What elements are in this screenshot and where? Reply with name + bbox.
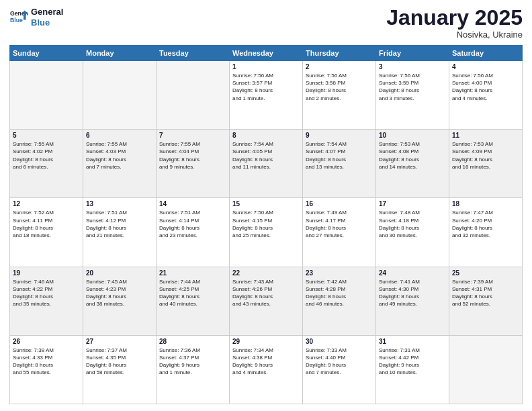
calendar-header-row: SundayMondayTuesdayWednesdayThursdayFrid… bbox=[10, 46, 523, 61]
calendar-week-row: 19Sunrise: 7:46 AM Sunset: 4:22 PM Dayli… bbox=[10, 267, 523, 335]
logo: General Blue General Blue bbox=[9, 7, 63, 28]
calendar-cell: 22Sunrise: 7:43 AM Sunset: 4:26 PM Dayli… bbox=[230, 267, 303, 335]
day-number: 11 bbox=[452, 132, 519, 139]
calendar-header-monday: Monday bbox=[83, 46, 157, 61]
calendar-cell: 20Sunrise: 7:45 AM Sunset: 4:23 PM Dayli… bbox=[83, 267, 157, 335]
day-info: Sunrise: 7:55 AM Sunset: 4:04 PM Dayligh… bbox=[159, 140, 226, 171]
calendar-cell: 10Sunrise: 7:53 AM Sunset: 4:08 PM Dayli… bbox=[376, 130, 449, 198]
day-number: 16 bbox=[306, 200, 373, 208]
calendar-cell: 27Sunrise: 7:37 AM Sunset: 4:35 PM Dayli… bbox=[83, 335, 157, 404]
calendar-cell: 17Sunrise: 7:48 AM Sunset: 4:18 PM Dayli… bbox=[376, 198, 449, 267]
calendar-cell: 6Sunrise: 7:55 AM Sunset: 4:03 PM Daylig… bbox=[83, 130, 157, 198]
calendar-cell bbox=[157, 61, 230, 130]
calendar-cell bbox=[10, 61, 83, 130]
calendar-header-wednesday: Wednesday bbox=[230, 46, 303, 61]
calendar-cell: 30Sunrise: 7:33 AM Sunset: 4:40 PM Dayli… bbox=[303, 335, 376, 404]
calendar-cell: 26Sunrise: 7:38 AM Sunset: 4:33 PM Dayli… bbox=[10, 335, 83, 404]
calendar-cell: 25Sunrise: 7:39 AM Sunset: 4:31 PM Dayli… bbox=[449, 267, 523, 335]
calendar-cell: 3Sunrise: 7:56 AM Sunset: 3:59 PM Daylig… bbox=[376, 61, 449, 130]
day-info: Sunrise: 7:51 AM Sunset: 4:14 PM Dayligh… bbox=[159, 209, 226, 239]
day-info: Sunrise: 7:34 AM Sunset: 4:38 PM Dayligh… bbox=[232, 347, 300, 377]
day-info: Sunrise: 7:37 AM Sunset: 4:35 PM Dayligh… bbox=[86, 347, 153, 377]
logo-blue: Blue bbox=[31, 17, 63, 28]
calendar-cell: 28Sunrise: 7:36 AM Sunset: 4:37 PM Dayli… bbox=[157, 335, 230, 404]
calendar-cell: 1Sunrise: 7:56 AM Sunset: 3:57 PM Daylig… bbox=[230, 61, 303, 130]
day-info: Sunrise: 7:56 AM Sunset: 3:58 PM Dayligh… bbox=[306, 72, 373, 102]
day-info: Sunrise: 7:46 AM Sunset: 4:22 PM Dayligh… bbox=[13, 278, 80, 308]
day-number: 13 bbox=[86, 200, 153, 208]
calendar-header-thursday: Thursday bbox=[303, 46, 376, 61]
svg-text:Blue: Blue bbox=[10, 17, 23, 24]
day-number: 12 bbox=[13, 200, 80, 208]
day-info: Sunrise: 7:56 AM Sunset: 4:00 PM Dayligh… bbox=[452, 72, 519, 102]
day-number: 21 bbox=[159, 269, 226, 277]
day-number: 7 bbox=[159, 132, 226, 139]
calendar-cell: 9Sunrise: 7:54 AM Sunset: 4:07 PM Daylig… bbox=[303, 130, 376, 198]
calendar-cell: 14Sunrise: 7:51 AM Sunset: 4:14 PM Dayli… bbox=[157, 198, 230, 267]
calendar-cell: 12Sunrise: 7:52 AM Sunset: 4:11 PM Dayli… bbox=[10, 198, 83, 267]
day-info: Sunrise: 7:54 AM Sunset: 4:05 PM Dayligh… bbox=[232, 140, 300, 171]
day-number: 23 bbox=[306, 269, 373, 277]
day-info: Sunrise: 7:52 AM Sunset: 4:11 PM Dayligh… bbox=[13, 209, 80, 239]
day-info: Sunrise: 7:55 AM Sunset: 4:02 PM Dayligh… bbox=[13, 140, 80, 171]
calendar-cell: 4Sunrise: 7:56 AM Sunset: 4:00 PM Daylig… bbox=[449, 61, 523, 130]
day-number: 1 bbox=[232, 63, 300, 71]
day-info: Sunrise: 7:47 AM Sunset: 4:20 PM Dayligh… bbox=[452, 209, 519, 239]
day-number: 3 bbox=[379, 63, 446, 71]
day-number: 26 bbox=[13, 338, 80, 345]
day-info: Sunrise: 7:55 AM Sunset: 4:03 PM Dayligh… bbox=[86, 140, 153, 171]
day-number: 2 bbox=[306, 63, 373, 71]
day-number: 31 bbox=[379, 338, 446, 345]
day-info: Sunrise: 7:38 AM Sunset: 4:33 PM Dayligh… bbox=[13, 347, 80, 377]
calendar-cell: 5Sunrise: 7:55 AM Sunset: 4:02 PM Daylig… bbox=[10, 130, 83, 198]
calendar-header-saturday: Saturday bbox=[449, 46, 523, 61]
day-number: 8 bbox=[232, 132, 300, 139]
calendar-week-row: 1Sunrise: 7:56 AM Sunset: 3:57 PM Daylig… bbox=[10, 61, 523, 130]
day-number: 14 bbox=[159, 200, 226, 208]
day-info: Sunrise: 7:51 AM Sunset: 4:12 PM Dayligh… bbox=[86, 209, 153, 239]
day-info: Sunrise: 7:42 AM Sunset: 4:28 PM Dayligh… bbox=[306, 278, 373, 308]
day-number: 19 bbox=[13, 269, 80, 277]
calendar-cell: 2Sunrise: 7:56 AM Sunset: 3:58 PM Daylig… bbox=[303, 61, 376, 130]
day-number: 9 bbox=[306, 132, 373, 139]
calendar-cell bbox=[83, 61, 157, 130]
day-number: 24 bbox=[379, 269, 446, 277]
day-info: Sunrise: 7:53 AM Sunset: 4:08 PM Dayligh… bbox=[379, 140, 446, 171]
calendar-cell: 24Sunrise: 7:41 AM Sunset: 4:30 PM Dayli… bbox=[376, 267, 449, 335]
calendar-cell: 21Sunrise: 7:44 AM Sunset: 4:25 PM Dayli… bbox=[157, 267, 230, 335]
day-number: 27 bbox=[86, 338, 153, 345]
header: General Blue General Blue January 2025 N… bbox=[9, 7, 523, 40]
day-info: Sunrise: 7:50 AM Sunset: 4:15 PM Dayligh… bbox=[232, 209, 300, 239]
day-info: Sunrise: 7:41 AM Sunset: 4:30 PM Dayligh… bbox=[379, 278, 446, 308]
page: General Blue General Blue January 2025 N… bbox=[0, 0, 532, 411]
day-number: 5 bbox=[13, 132, 80, 139]
calendar-header-tuesday: Tuesday bbox=[157, 46, 230, 61]
calendar-cell: 8Sunrise: 7:54 AM Sunset: 4:05 PM Daylig… bbox=[230, 130, 303, 198]
calendar-cell: 13Sunrise: 7:51 AM Sunset: 4:12 PM Dayli… bbox=[83, 198, 157, 267]
day-info: Sunrise: 7:43 AM Sunset: 4:26 PM Dayligh… bbox=[232, 278, 300, 308]
day-info: Sunrise: 7:44 AM Sunset: 4:25 PM Dayligh… bbox=[159, 278, 226, 308]
day-info: Sunrise: 7:56 AM Sunset: 3:59 PM Dayligh… bbox=[379, 72, 446, 102]
day-info: Sunrise: 7:45 AM Sunset: 4:23 PM Dayligh… bbox=[86, 278, 153, 308]
day-number: 10 bbox=[379, 132, 446, 139]
location: Nosivka, Ukraine bbox=[386, 30, 523, 40]
calendar-cell: 15Sunrise: 7:50 AM Sunset: 4:15 PM Dayli… bbox=[230, 198, 303, 267]
day-number: 20 bbox=[86, 269, 153, 277]
calendar-cell: 18Sunrise: 7:47 AM Sunset: 4:20 PM Dayli… bbox=[449, 198, 523, 267]
day-info: Sunrise: 7:56 AM Sunset: 3:57 PM Dayligh… bbox=[232, 72, 300, 102]
day-info: Sunrise: 7:48 AM Sunset: 4:18 PM Dayligh… bbox=[379, 209, 446, 239]
calendar-cell: 11Sunrise: 7:53 AM Sunset: 4:09 PM Dayli… bbox=[449, 130, 523, 198]
day-number: 22 bbox=[232, 269, 300, 277]
calendar-cell: 31Sunrise: 7:31 AM Sunset: 4:42 PM Dayli… bbox=[376, 335, 449, 404]
day-number: 17 bbox=[379, 200, 446, 208]
day-number: 28 bbox=[159, 338, 226, 345]
logo-general: General bbox=[31, 7, 63, 17]
day-info: Sunrise: 7:39 AM Sunset: 4:31 PM Dayligh… bbox=[452, 278, 519, 308]
calendar-cell: 7Sunrise: 7:55 AM Sunset: 4:04 PM Daylig… bbox=[157, 130, 230, 198]
title-block: January 2025 Nosivka, Ukraine bbox=[386, 7, 523, 40]
calendar-week-row: 26Sunrise: 7:38 AM Sunset: 4:33 PM Dayli… bbox=[10, 335, 523, 404]
day-number: 30 bbox=[306, 338, 373, 345]
day-info: Sunrise: 7:53 AM Sunset: 4:09 PM Dayligh… bbox=[452, 140, 519, 171]
calendar-cell bbox=[449, 335, 523, 404]
day-info: Sunrise: 7:36 AM Sunset: 4:37 PM Dayligh… bbox=[159, 347, 226, 377]
